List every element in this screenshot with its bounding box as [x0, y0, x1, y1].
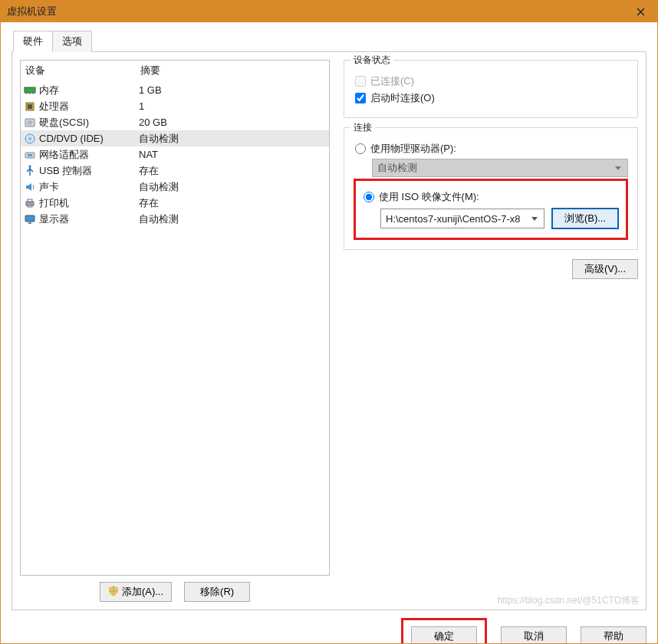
- radio-use-iso[interactable]: 使用 ISO 映像文件(M):: [362, 190, 618, 204]
- disk-icon: [24, 117, 36, 129]
- device-row-label: 内存: [39, 84, 139, 97]
- device-row[interactable]: 打印机存在: [21, 195, 329, 211]
- tab-options[interactable]: 选项: [52, 31, 92, 52]
- svg-rect-11: [28, 154, 32, 156]
- device-row-summary: 1: [139, 100, 326, 112]
- device-row[interactable]: 网络适配器NAT: [21, 146, 329, 163]
- ok-highlight: 确定: [401, 618, 487, 644]
- nic-icon: [24, 149, 36, 161]
- device-row[interactable]: USB 控制器存在: [21, 163, 329, 179]
- checkbox-connect-at-poweron[interactable]: 启动时连接(O): [354, 91, 628, 105]
- device-list-header: 设备 摘要: [21, 61, 329, 82]
- svg-rect-16: [25, 215, 35, 222]
- device-row-summary: 自动检测: [139, 180, 326, 194]
- ok-button[interactable]: 确定: [411, 626, 477, 644]
- titlebar: 虚拟机设置: [1, 1, 657, 22]
- device-row[interactable]: 显示器自动检测: [21, 211, 329, 227]
- physical-drive-combo: 自动检测: [372, 159, 628, 177]
- printer-icon: [24, 197, 36, 209]
- group-connection-title: 连接: [350, 121, 375, 134]
- svg-rect-3: [32, 93, 34, 94]
- device-list[interactable]: 设备 摘要 内存1 GB处理器1硬盘(SCSI)20 GBCD/DVD (IDE…: [20, 60, 330, 576]
- svg-rect-2: [29, 93, 31, 94]
- svg-rect-14: [28, 199, 32, 202]
- device-row-label: USB 控制器: [39, 164, 139, 178]
- physical-drive-value: 自动检测: [377, 161, 417, 175]
- svg-rect-17: [28, 222, 31, 224]
- device-row-summary: 存在: [139, 164, 326, 178]
- remove-button[interactable]: 移除(R): [184, 582, 250, 602]
- device-row-summary: 1 GB: [139, 84, 326, 96]
- group-device-status-title: 设备状态: [350, 54, 393, 67]
- radio-use-iso-input[interactable]: [364, 192, 374, 202]
- radio-use-iso-label: 使用 ISO 映像文件(M):: [379, 190, 479, 204]
- device-row-label: 网络适配器: [39, 148, 139, 162]
- group-device-status: 设备状态 已连接(C) 启动时连接(O): [344, 60, 638, 118]
- device-row-summary: 自动检测: [139, 132, 326, 146]
- col-device: 设备: [25, 64, 140, 77]
- iso-path-combo[interactable]: H:\centos7-xuniji\CentOS-7-x8: [380, 209, 544, 228]
- left-pane: 设备 摘要 内存1 GB处理器1硬盘(SCSI)20 GBCD/DVD (IDE…: [20, 60, 330, 602]
- footer: 确定 取消 帮助: [1, 610, 657, 644]
- memory-icon: [24, 84, 36, 97]
- device-row-label: 声卡: [39, 180, 139, 194]
- iso-path-value: H:\centos7-xuniji\CentOS-7-x8: [386, 213, 521, 225]
- cancel-button[interactable]: 取消: [501, 626, 567, 644]
- radio-use-physical-input[interactable]: [355, 143, 366, 154]
- browse-button[interactable]: 浏览(B)...: [552, 209, 618, 228]
- svg-point-7: [28, 120, 32, 125]
- device-row-summary: NAT: [139, 149, 326, 160]
- col-summary: 摘要: [140, 64, 160, 77]
- radio-use-physical[interactable]: 使用物理驱动器(P):: [354, 142, 628, 156]
- tab-hardware[interactable]: 硬件: [13, 31, 53, 52]
- device-row-summary: 存在: [139, 196, 326, 210]
- cd-icon: [24, 133, 36, 145]
- advanced-button[interactable]: 高级(V)...: [572, 259, 638, 279]
- device-row[interactable]: 处理器1: [21, 98, 329, 114]
- display-icon: [24, 213, 36, 225]
- window-title: 虚拟机设置: [7, 5, 57, 18]
- device-row[interactable]: CD/DVD (IDE)自动检测: [21, 130, 329, 146]
- sound-icon: [24, 181, 36, 193]
- checkbox-connected-label: 已连接(C): [370, 74, 414, 88]
- device-row[interactable]: 内存1 GB: [21, 82, 329, 98]
- svg-rect-1: [26, 93, 28, 94]
- usb-icon: [24, 165, 36, 177]
- shield-icon: [108, 586, 122, 599]
- checkbox-connect-at-poweron-input[interactable]: [355, 93, 366, 104]
- iso-highlight: 使用 ISO 映像文件(M): H:\centos7-xuniji\CentOS…: [354, 179, 628, 240]
- tab-strip: 硬件 选项: [13, 31, 646, 52]
- device-row-label: 打印机: [39, 196, 139, 210]
- svg-rect-13: [26, 202, 34, 205]
- svg-rect-0: [25, 87, 35, 93]
- cpu-icon: [24, 100, 36, 113]
- add-button-label: 添加(A)...: [122, 585, 163, 599]
- checkbox-connect-at-poweron-label: 启动时连接(O): [370, 91, 435, 105]
- close-button[interactable]: [623, 1, 657, 22]
- checkbox-connected-input: [355, 76, 366, 87]
- checkbox-connected: 已连接(C): [354, 74, 628, 88]
- right-pane: 设备状态 已连接(C) 启动时连接(O) 连接 使用物理驱动器(P): 自动检测: [330, 60, 638, 602]
- svg-point-9: [29, 137, 31, 140]
- group-connection: 连接 使用物理驱动器(P): 自动检测 使用 ISO 映像文件(M): H: [344, 127, 638, 250]
- svg-rect-5: [28, 104, 32, 109]
- help-button[interactable]: 帮助: [581, 626, 646, 644]
- device-row-summary: 自动检测: [139, 212, 326, 226]
- svg-rect-15: [28, 205, 32, 207]
- radio-use-physical-label: 使用物理驱动器(P):: [370, 142, 456, 156]
- device-row-label: CD/DVD (IDE): [39, 133, 139, 144]
- add-button[interactable]: 添加(A)...: [100, 582, 172, 602]
- svg-point-12: [29, 165, 31, 167]
- device-row[interactable]: 硬盘(SCSI)20 GB: [21, 114, 329, 130]
- device-row-summary: 20 GB: [139, 117, 326, 128]
- close-icon: [637, 8, 645, 16]
- device-row-label: 显示器: [39, 212, 139, 226]
- device-row[interactable]: 声卡自动检测: [21, 179, 329, 195]
- device-row-label: 处理器: [39, 100, 139, 113]
- device-row-label: 硬盘(SCSI): [39, 116, 139, 130]
